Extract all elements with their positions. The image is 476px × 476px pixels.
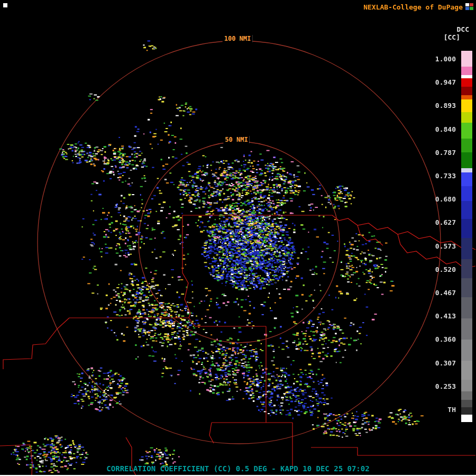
colorbar-segment: [461, 259, 472, 278]
colorbar-tick-label: 0.307: [435, 359, 456, 368]
colorbar-segment: [461, 168, 472, 172]
colorbar-tick-label: 0.467: [435, 289, 456, 297]
colorbar-segment: [461, 99, 472, 112]
colorbar-segment: [461, 67, 472, 75]
colorbar-tick-label: 1.000: [435, 55, 456, 63]
colorbar-tick-label: 0.680: [435, 195, 456, 204]
colorbar-segment: [461, 297, 472, 318]
colorbar-segment: [461, 51, 472, 67]
colorbar-segment: [461, 400, 472, 407]
range-ring-label-100nmi: 100 NMI: [223, 35, 253, 42]
radar-canvas: [0, 0, 476, 476]
colorbar-segment: [461, 278, 472, 297]
colorbar-tick-label: 0.840: [435, 125, 456, 134]
colorbar-segment: [461, 139, 472, 152]
product-caption: CORRELATION COEFFICIENT (CC) 0.5 DEG - K…: [106, 464, 369, 473]
colorbar-segment: [461, 318, 472, 340]
colorbar: [461, 51, 472, 422]
site-title: NEXLAB-College of DuPage: [363, 3, 463, 11]
colorbar-segment: [461, 95, 472, 99]
colorbar-tick-label: 0.360: [435, 335, 456, 344]
colorbar-segment: [461, 123, 472, 139]
colorbar-tick-label: 0.733: [435, 172, 456, 180]
colorbar-segment: [461, 407, 472, 415]
colorbar-tick-label: 0.520: [435, 266, 456, 274]
colorbar-tick-label: 0.787: [435, 149, 456, 157]
colorbar-tick-label: 0.413: [435, 312, 456, 321]
units-label: [CC]: [444, 33, 460, 41]
colorbar-tick-label: 0.627: [435, 218, 456, 227]
colorbar-segment: [461, 152, 472, 168]
colorbar-segment: [461, 238, 472, 259]
colorbar-segment: [461, 219, 472, 238]
colorbar-segment: [461, 87, 472, 95]
colorbar-segment: [461, 415, 472, 422]
colorbar-segment: [461, 201, 472, 219]
colorbar-segment: [461, 391, 472, 400]
radar-app: NEXLAB-College of DuPage DCC [CC] 1.0000…: [0, 0, 476, 476]
colorbar-segment: [461, 340, 472, 361]
colorbar-segment: [461, 78, 472, 87]
corner-marker: [3, 3, 7, 7]
product-label: DCC: [457, 25, 469, 33]
colorbar-tick-label: 0.253: [435, 382, 456, 391]
colorbar-segment: [461, 380, 472, 391]
colorbar-tick-label: TH: [447, 406, 456, 414]
site-logo-icon: [465, 3, 474, 10]
colorbar-tick-label: 0.573: [435, 242, 456, 251]
colorbar-segment: [461, 172, 472, 186]
colorbar-tick-label: 0.947: [435, 78, 456, 87]
colorbar-tick-label: 0.893: [435, 102, 456, 110]
colorbar-segment: [461, 361, 472, 380]
colorbar-segment: [461, 186, 472, 201]
range-ring-label-50nmi: 50 NMI: [223, 136, 249, 143]
colorbar-segment: [461, 112, 472, 123]
